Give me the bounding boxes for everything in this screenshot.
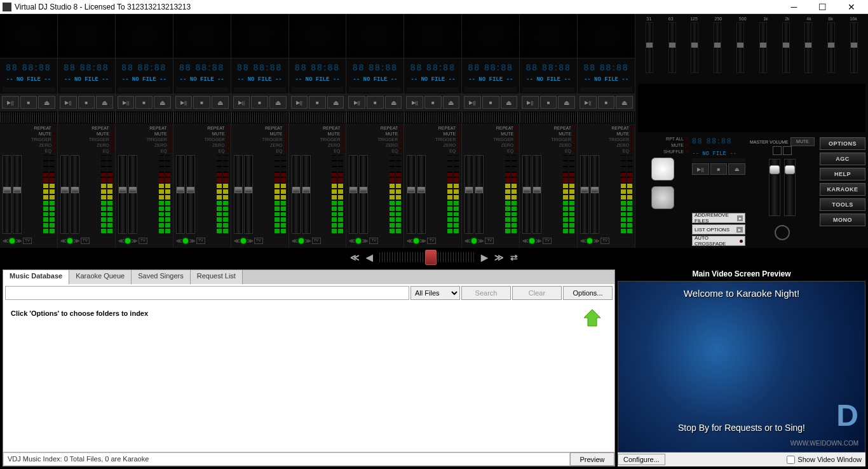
channel-9-play[interactable]: ▶|| [464,96,481,109]
channel-2-repeat-led[interactable] [111,126,114,130]
crossfade-forward[interactable]: ≫ [494,252,504,262]
channel-9-repeat-led[interactable] [515,126,518,130]
channel-6-eject[interactable]: ⏏ [327,96,344,109]
headphone-icon[interactable] [775,225,790,240]
channel-4-fader-2[interactable] [186,155,195,234]
channel-7-mute-led[interactable] [399,132,402,135]
configure-button[interactable]: Configure... [618,454,665,465]
tab-karaoke-queue[interactable]: Karaoke Queue [69,270,132,284]
channel-9-prev[interactable]: ≪ [465,238,470,244]
master-fader-right[interactable] [784,159,796,216]
channel-5-play[interactable]: ▶|| [233,96,250,109]
channel-2-stop[interactable]: ■ [78,96,95,109]
options-button[interactable]: OPTIONS [820,137,865,150]
channel-2-mute-led[interactable] [111,132,114,135]
channel-11-prev[interactable]: ≪ [580,238,586,244]
channel-2-next[interactable]: ≫ [74,238,79,244]
show-video-checkbox[interactable]: Show Video Window [787,456,865,464]
channel-8-prev[interactable]: ≪ [407,238,412,244]
channel-8-fader-2[interactable] [417,155,426,234]
mono-button[interactable]: MONO [820,214,865,226]
channel-8-progress[interactable] [407,87,459,92]
channel-5-pitch[interactable] [231,112,288,123]
playlist-progress[interactable] [692,158,745,162]
channel-9-progress[interactable] [465,87,517,92]
channel-11-progress[interactable] [580,87,632,92]
channel-3-prev[interactable]: ≪ [118,238,124,244]
channel-5-prev[interactable]: ≪ [234,238,240,244]
channel-10-prev[interactable]: ≪ [522,238,528,244]
eq-slider-63[interactable] [668,22,676,73]
channel-10-next[interactable]: ≫ [536,238,541,244]
rpt-all-led[interactable] [685,137,688,140]
channel-4-play[interactable]: ▶|| [175,96,193,109]
help-button[interactable]: HELP [820,168,865,180]
channel-8-repeat-led[interactable] [457,126,460,130]
channel-1-progress[interactable] [3,87,55,92]
channel-6-repeat-led[interactable] [341,126,344,130]
eq-slider-1k[interactable] [759,22,767,73]
channel-7-repeat-led[interactable] [399,126,402,130]
channel-8-play[interactable]: ▶|| [406,96,423,109]
channel-2-pitch[interactable] [58,112,115,123]
preview-button[interactable]: Preview [570,452,614,466]
channel-10-tv-icon[interactable]: TV [543,238,552,244]
channel-5-mute-led[interactable] [284,132,287,135]
channel-2-prev[interactable]: ≪ [60,238,66,244]
shuffle-led[interactable] [685,150,688,153]
eq-slider-2k[interactable] [782,22,790,73]
channel-5-repeat-led[interactable] [284,126,287,130]
close-button[interactable]: ✕ [837,1,865,13]
channel-6-stop[interactable]: ■ [309,96,326,109]
channel-11-stop[interactable]: ■ [598,96,615,109]
eq-slider-4k[interactable] [804,22,812,73]
channel-5-eject[interactable]: ⏏ [269,96,287,109]
channel-7-play[interactable]: ▶|| [348,96,365,109]
channel-6-pitch[interactable] [289,112,346,123]
channel-8-pitch[interactable] [404,112,461,123]
channel-8-stop[interactable]: ■ [424,96,442,109]
channel-1-eject[interactable]: ⏏ [38,96,55,109]
maximize-button[interactable]: ☐ [808,1,837,13]
eq-slider-125[interactable] [691,22,698,73]
channel-4-next[interactable]: ≫ [189,238,195,244]
crossfade-next[interactable]: ▶ [481,252,488,262]
channel-10-stop[interactable]: ■ [540,96,557,109]
channel-6-fader-2[interactable] [302,155,311,234]
channel-3-fader-2[interactable] [128,155,137,234]
channel-11-eject[interactable]: ⏏ [616,96,633,109]
channel-1-fader-1[interactable] [3,155,11,234]
show-video-input[interactable] [787,456,795,464]
crossfade-rewind[interactable]: ≪ [350,252,360,262]
eq-slider-500[interactable] [736,22,744,73]
channel-10-repeat-led[interactable] [573,126,576,130]
channel-11-next[interactable]: ≫ [593,238,599,244]
tools-button[interactable]: TOOLS [820,198,865,211]
channel-11-fader-1[interactable] [580,155,589,234]
link-icon-1[interactable] [773,146,782,155]
channel-6-mute-led[interactable] [341,132,344,135]
channel-3-eject[interactable]: ⏏ [154,96,171,109]
channel-3-pitch[interactable] [116,112,173,123]
channel-2-play[interactable]: ▶|| [60,96,77,109]
eq-slider-8k[interactable] [827,22,835,73]
channel-5-stop[interactable]: ■ [251,96,268,109]
channel-10-progress[interactable] [522,87,574,92]
channel-9-fader-1[interactable] [465,155,473,234]
add-remove-files-button[interactable]: ADD/REMOVE FILES▸ [692,213,745,223]
channel-5-tv-icon[interactable]: TV [254,238,263,244]
channel-7-eject[interactable]: ⏏ [385,96,402,109]
agc-button[interactable]: AGC [820,153,865,165]
crossfade-swap[interactable]: ⇄ [510,252,518,262]
channel-8-next[interactable]: ≫ [420,238,426,244]
channel-4-fader-1[interactable] [176,155,185,234]
channel-4-progress[interactable] [176,87,228,92]
channel-10-play[interactable]: ▶|| [522,96,539,109]
playlist-stop[interactable]: ■ [710,163,728,175]
list-options-button[interactable]: LIST OPTIONS▸ [692,224,745,234]
channel-4-repeat-led[interactable] [226,126,229,130]
channel-10-eject[interactable]: ⏏ [558,96,575,109]
channel-5-fader-1[interactable] [234,155,243,234]
channel-7-pitch[interactable] [346,112,403,123]
channel-11-tv-icon[interactable]: TV [600,238,609,244]
